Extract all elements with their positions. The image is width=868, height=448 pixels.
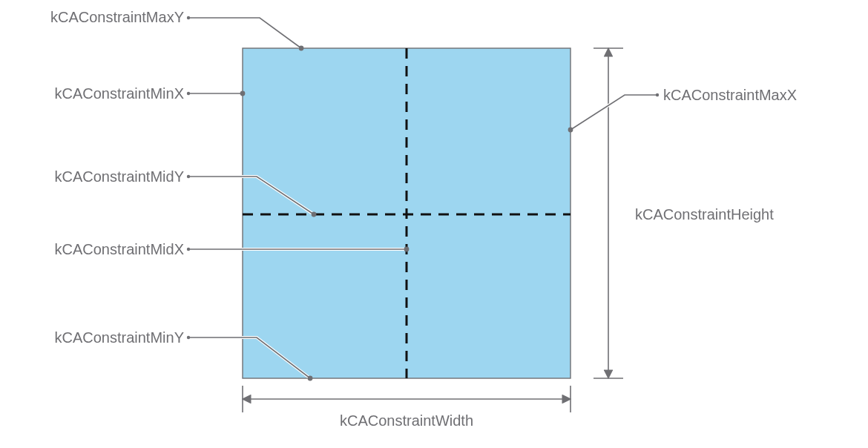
svg-point-16 <box>568 128 573 133</box>
svg-point-6 <box>299 46 304 51</box>
svg-point-15 <box>187 336 190 339</box>
svg-point-7 <box>187 16 190 19</box>
callout-maxY <box>187 16 304 51</box>
width-dimension <box>243 386 571 412</box>
label-maxX: kCAConstraintMaxX <box>663 87 797 104</box>
callout-minX <box>187 91 246 96</box>
svg-point-14 <box>308 376 313 381</box>
callout-maxX <box>568 93 660 133</box>
svg-point-9 <box>187 92 190 95</box>
svg-point-17 <box>656 93 659 96</box>
svg-point-11 <box>187 175 190 178</box>
label-height: kCAConstraintHeight <box>635 206 774 223</box>
label-minX: kCAConstraintMinX <box>28 85 184 102</box>
label-midY: kCAConstraintMidY <box>28 168 184 185</box>
svg-point-12 <box>404 247 410 252</box>
label-midX: kCAConstraintMidX <box>28 241 184 258</box>
label-minY: kCAConstraintMinY <box>28 329 184 346</box>
svg-point-10 <box>312 212 317 217</box>
label-width: kCAConstraintWidth <box>274 412 539 429</box>
svg-point-8 <box>240 91 246 96</box>
constraint-diagram <box>0 0 868 448</box>
svg-point-13 <box>187 248 190 251</box>
label-maxY: kCAConstraintMaxY <box>28 9 184 26</box>
